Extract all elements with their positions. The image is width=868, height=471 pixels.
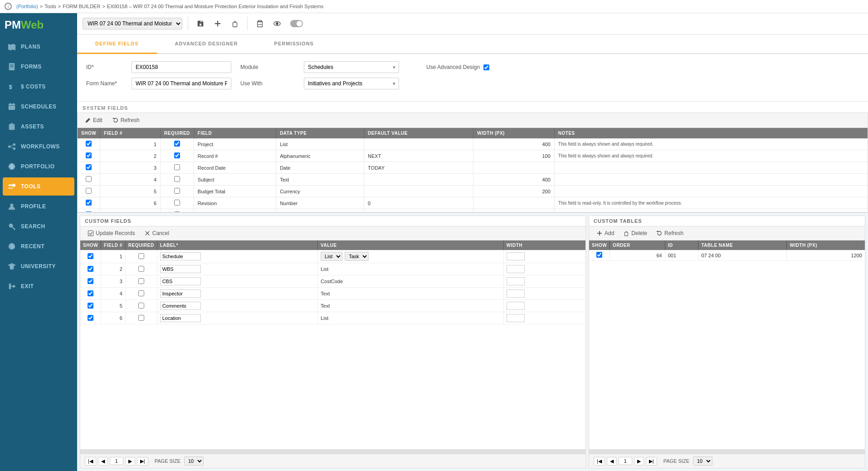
required-cell[interactable] <box>125 288 157 300</box>
sidebar-item-schedules[interactable]: SCHEDULES <box>0 97 77 117</box>
show-cell[interactable] <box>80 300 101 312</box>
sidebar-item-recent[interactable]: RECENT <box>0 236 77 256</box>
required-cell[interactable] <box>161 150 194 162</box>
sidebar-item-workflows[interactable]: WORKFLOWS <box>0 137 77 157</box>
show-cell[interactable] <box>80 312 101 324</box>
module-select[interactable]: Schedules <box>304 61 399 73</box>
update-records-button[interactable]: Update Records <box>85 229 138 238</box>
required-cell[interactable] <box>125 250 157 263</box>
custom-tables-table-wrap[interactable]: SHOW ORDER ID TABLE NAME WIDTH (PX) 64 0… <box>589 240 865 449</box>
tab-define-fields[interactable]: DEFINE FIELDS <box>77 34 157 54</box>
graduation-icon <box>7 262 16 271</box>
required-cell[interactable] <box>125 300 157 312</box>
field-num-cell: 1 <box>101 250 126 263</box>
show-cell[interactable] <box>80 250 101 263</box>
tab-permissions[interactable]: PERMISSIONS <box>256 34 332 54</box>
sidebar-item-portfolio[interactable]: PORTFOLIO <box>0 157 77 177</box>
sidebar-item-plans[interactable]: PLANS <box>0 37 77 57</box>
label-cell[interactable] <box>157 312 317 324</box>
show-cell[interactable] <box>78 209 100 212</box>
page-first-ct[interactable]: |◀ <box>594 457 605 466</box>
sidebar-item-assets[interactable]: ASSETS <box>0 117 77 137</box>
required-cell[interactable] <box>161 186 194 197</box>
label-cell[interactable] <box>157 263 317 275</box>
system-refresh-button[interactable]: Refresh <box>110 116 142 125</box>
page-prev-cf[interactable]: ◀ <box>98 457 108 466</box>
width-cell[interactable] <box>503 300 585 312</box>
show-cell[interactable] <box>80 263 101 275</box>
sidebar-item-tools[interactable]: TOOLS <box>3 177 74 196</box>
label-cell[interactable] <box>157 300 317 312</box>
toggle-button[interactable] <box>288 18 306 29</box>
view-button[interactable] <box>270 18 284 29</box>
page-next-cf[interactable]: ▶ <box>125 457 135 466</box>
required-cell[interactable] <box>161 138 194 150</box>
custom-fields-table-wrap[interactable]: SHOW FIELD # REQUIRED LABEL* VALUE WIDTH… <box>80 240 585 449</box>
sidebar-label-schedules: SCHEDULES <box>21 103 57 110</box>
system-edit-button[interactable]: Edit <box>82 116 105 125</box>
ct-refresh-button[interactable]: Refresh <box>653 229 686 238</box>
tab-advanced-designer[interactable]: ADVANCED DESIGNER <box>157 34 256 54</box>
width-cell[interactable] <box>503 250 585 263</box>
show-cell[interactable] <box>78 138 100 150</box>
required-cell[interactable] <box>125 275 157 288</box>
width-cell[interactable] <box>503 263 585 275</box>
use-with-select[interactable]: Initiatives and Projects <box>304 78 399 89</box>
label-cell[interactable] <box>157 288 317 300</box>
custom-fields-hscroll[interactable] <box>80 449 585 454</box>
page-first-cf[interactable]: |◀ <box>85 457 96 466</box>
show-cell[interactable] <box>78 197 100 209</box>
sidebar-item-university[interactable]: UNIVERSITY <box>0 256 77 276</box>
required-cell[interactable] <box>125 312 157 324</box>
width-cell[interactable] <box>503 288 585 300</box>
label-cell[interactable] <box>157 275 317 288</box>
info-icon[interactable]: i <box>5 3 12 10</box>
form-selector[interactable]: WIR 07 24 00 Thermal and Moisture <box>83 18 182 29</box>
width-cell[interactable] <box>503 275 585 288</box>
page-last-ct[interactable]: ▶| <box>646 457 657 466</box>
sidebar-item-profile[interactable]: PROFILE <box>0 196 77 216</box>
show-cell[interactable] <box>80 288 101 300</box>
width-cell: 100 <box>473 150 555 162</box>
cancel-button[interactable]: Cancel <box>141 229 172 238</box>
ct-delete-button[interactable]: Delete <box>620 229 650 238</box>
sidebar-item-costs[interactable]: $ $ COSTS <box>0 77 77 97</box>
sidebar-item-search[interactable]: SEARCH <box>0 216 77 236</box>
delete-button[interactable] <box>228 18 242 29</box>
custom-tables-hscroll[interactable] <box>589 449 865 454</box>
add-button[interactable] <box>211 18 224 29</box>
required-cell[interactable] <box>161 174 194 186</box>
required-cell[interactable] <box>161 197 194 209</box>
show-cell[interactable] <box>80 275 101 288</box>
field-num-cell: 1 <box>100 138 161 150</box>
required-cell[interactable] <box>161 209 194 212</box>
adv-design-checkbox[interactable] <box>483 64 489 70</box>
save-button[interactable] <box>194 18 207 29</box>
page-next-ct[interactable]: ▶ <box>634 457 644 466</box>
show-cell[interactable] <box>78 174 100 186</box>
breadcrumb-portfolio[interactable]: (Portfolio) <box>16 4 38 9</box>
width-cell[interactable] <box>503 312 585 324</box>
form-name-input[interactable] <box>132 78 231 89</box>
show-cell[interactable] <box>78 150 100 162</box>
ct-add-button[interactable]: Add <box>594 229 617 238</box>
sidebar-item-exit[interactable]: EXIT <box>0 276 77 296</box>
page-prev-ct[interactable]: ◀ <box>607 457 617 466</box>
sidebar-item-forms[interactable]: FORMS <box>0 57 77 77</box>
show-cell[interactable] <box>589 250 610 261</box>
page-size-select-ct[interactable]: 10 25 <box>693 456 712 466</box>
show-cell[interactable] <box>78 186 100 197</box>
page-last-cf[interactable]: ▶| <box>137 457 148 466</box>
system-fields-scroll[interactable]: SHOW FIELD # REQUIRED FIELD DATA TYPE DE… <box>78 128 868 212</box>
show-cell[interactable] <box>78 162 100 174</box>
required-cell[interactable] <box>125 263 157 275</box>
system-fields-table-wrap: Edit Refresh SHOW FIELD # REQUIRED <box>77 113 868 212</box>
page-size-select-cf[interactable]: 10 25 50 <box>184 456 204 466</box>
label-cell[interactable] <box>157 250 317 263</box>
page-current-cf[interactable] <box>110 457 123 465</box>
print-button[interactable] <box>253 18 267 29</box>
value-cell[interactable]: List Task <box>318 250 504 263</box>
id-input[interactable] <box>132 61 231 73</box>
required-cell[interactable] <box>161 162 194 174</box>
page-current-ct[interactable] <box>619 457 632 465</box>
